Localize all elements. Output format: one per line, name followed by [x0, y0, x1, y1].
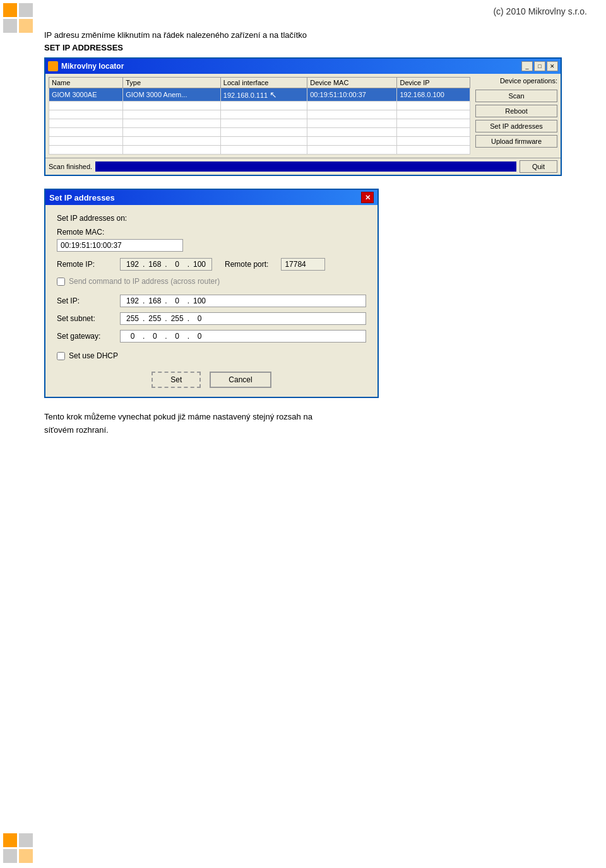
- reboot-button[interactable]: Reboot: [475, 105, 557, 117]
- set-ip-button[interactable]: Set IP addresses: [475, 120, 557, 132]
- remote-ip-fields: . . .: [120, 258, 212, 271]
- set-subnet-o2[interactable]: [145, 314, 164, 323]
- close-button-set-ip[interactable]: ✕: [361, 192, 374, 203]
- svg-rect-1: [19, 3, 33, 17]
- remote-ip-row: Remote IP: . . . Remote port:: [57, 258, 366, 271]
- table-header-row: Name Type Local interface Device MAC Dev…: [49, 78, 470, 88]
- set-subnet-o1[interactable]: [123, 314, 142, 323]
- send-command-checkbox[interactable]: [57, 278, 65, 286]
- table-row[interactable]: GIOM 3000AE GIOM 3000 Anem... 192.168.0.…: [49, 88, 470, 102]
- titlebar-buttons: _ □ ✕: [521, 61, 558, 71]
- locator-right-panel: Device operations: Scan Reboot Set IP ad…: [475, 77, 557, 155]
- device-ops-label: Device operations:: [475, 77, 557, 85]
- progress-bar: [95, 161, 516, 172]
- upload-firmware-button[interactable]: Upload firmware: [475, 135, 557, 148]
- table-empty-row-1: [49, 102, 470, 110]
- set-gateway-o1[interactable]: [123, 332, 142, 341]
- locator-title: Mikrovlny locator: [61, 62, 124, 71]
- send-command-row: Send command to IP address (across route…: [57, 277, 366, 286]
- locator-title-icon: [48, 61, 58, 71]
- set-ip-dialog: Set IP addresses ✕ Set IP addresses on: …: [44, 189, 379, 398]
- set-gateway-o2[interactable]: [145, 332, 164, 341]
- remote-port-input[interactable]: [281, 258, 325, 271]
- cell-type: GIOM 3000 Anem...: [123, 88, 221, 102]
- close-button-locator[interactable]: ✕: [547, 61, 558, 71]
- status-text: Scan finished.: [49, 163, 92, 170]
- cell-local-interface: 192.168.0.111 ↖: [220, 88, 307, 102]
- corner-decoration-top: [0, 0, 38, 38]
- footer-line1: Tento krok můžeme vynechat pokud již mám…: [44, 412, 312, 421]
- table-empty-row-3: [49, 119, 470, 128]
- footer-line2: síťovém rozhraní.: [44, 425, 109, 435]
- set-ip-o1[interactable]: [123, 296, 142, 305]
- col-device-mac: Device MAC: [307, 78, 397, 88]
- remote-mac-input[interactable]: [57, 239, 183, 252]
- cell-name: GIOM 3000AE: [49, 88, 123, 102]
- set-ip-o4[interactable]: [190, 296, 209, 305]
- cursor-icon: ↖: [270, 90, 277, 100]
- quit-button[interactable]: Quit: [520, 160, 557, 173]
- col-device-ip: Device IP: [397, 78, 470, 88]
- minimize-button[interactable]: _: [521, 61, 533, 71]
- remote-ip-o4[interactable]: [190, 260, 209, 269]
- remote-ip-o3[interactable]: [168, 260, 187, 269]
- col-type: Type: [123, 78, 221, 88]
- set-ip-o2[interactable]: [145, 296, 164, 305]
- set-gateway-o4[interactable]: [190, 332, 209, 341]
- locator-status-bar: Scan finished. Quit: [45, 158, 561, 175]
- set-ip-field-inputs: . . .: [120, 295, 366, 307]
- cancel-button[interactable]: Cancel: [210, 372, 271, 388]
- send-command-label: Send command to IP address (across route…: [69, 277, 220, 286]
- set-gateway-o3[interactable]: [168, 332, 187, 341]
- set-subnet-label: Set subnet:: [57, 314, 120, 323]
- scan-button[interactable]: Scan: [475, 90, 557, 102]
- set-subnet-o3[interactable]: [168, 314, 187, 323]
- svg-rect-7: [19, 849, 33, 863]
- maximize-button[interactable]: □: [534, 61, 545, 71]
- footer-text: Tento krok můžeme vynechat pokud již mám…: [44, 411, 574, 437]
- set-ip-field-label: Set IP:: [57, 296, 120, 305]
- locator-titlebar: Mikrovlny locator _ □ ✕: [45, 59, 561, 74]
- table-empty-row-2: [49, 110, 470, 119]
- svg-rect-2: [3, 19, 17, 33]
- col-local-interface: Local interface: [220, 78, 307, 88]
- col-name: Name: [49, 78, 123, 88]
- set-ip-o3[interactable]: [168, 296, 187, 305]
- intro-bold: SET IP ADDRESSES: [44, 43, 123, 52]
- cell-mac: 00:19:51:10:00:37: [307, 88, 397, 102]
- svg-rect-5: [19, 833, 33, 847]
- cell-ip: 192.168.0.100: [397, 88, 470, 102]
- dhcp-checkbox[interactable]: [57, 352, 65, 360]
- table-empty-row-6: [49, 146, 470, 155]
- set-ip-body: Set IP addresses on: Remote MAC: Remote …: [45, 205, 377, 397]
- locator-window: Mikrovlny locator _ □ ✕ Name Type Local …: [44, 57, 562, 176]
- remote-port-label: Remote port:: [225, 260, 268, 269]
- corner-decoration-bottom: [0, 830, 38, 868]
- remote-ip-o2[interactable]: [145, 260, 164, 269]
- page-header: (c) 2010 Mikrovlny s.r.o.: [0, 0, 606, 20]
- locator-titlebar-left: Mikrovlny locator: [48, 61, 124, 71]
- dhcp-row: Set use DHCP: [57, 351, 366, 360]
- dialog-buttons: Set Cancel: [57, 372, 366, 388]
- set-subnet-field-inputs: . . .: [120, 312, 366, 325]
- copyright-text: (c) 2010 Mikrovlny s.r.o.: [493, 6, 587, 16]
- set-ip-title: Set IP addresses: [49, 193, 115, 202]
- set-gateway-field-inputs: . . .: [120, 330, 366, 343]
- set-gateway-label: Set gateway:: [57, 332, 120, 341]
- svg-rect-0: [3, 3, 17, 17]
- set-ip-section-label: Set IP addresses on:: [57, 214, 366, 223]
- set-subnet-o4[interactable]: [190, 314, 209, 323]
- svg-rect-4: [3, 833, 17, 847]
- remote-mac-label: Remote MAC:: [57, 228, 366, 237]
- svg-rect-3: [19, 19, 33, 33]
- svg-rect-6: [3, 849, 17, 863]
- dhcp-label: Set use DHCP: [69, 351, 118, 360]
- set-ip-titlebar: Set IP addresses ✕: [45, 190, 377, 205]
- set-ip-grid: Set IP: . . . Set subnet: . .: [57, 295, 366, 343]
- set-button[interactable]: Set: [152, 372, 201, 388]
- intro-text: IP adresu změníme kliknutím na řádek nal…: [44, 30, 307, 40]
- device-table: Name Type Local interface Device MAC Dev…: [49, 77, 470, 155]
- remote-ip-label: Remote IP:: [57, 260, 107, 269]
- remote-ip-o1[interactable]: [123, 260, 142, 269]
- table-empty-row-4: [49, 128, 470, 137]
